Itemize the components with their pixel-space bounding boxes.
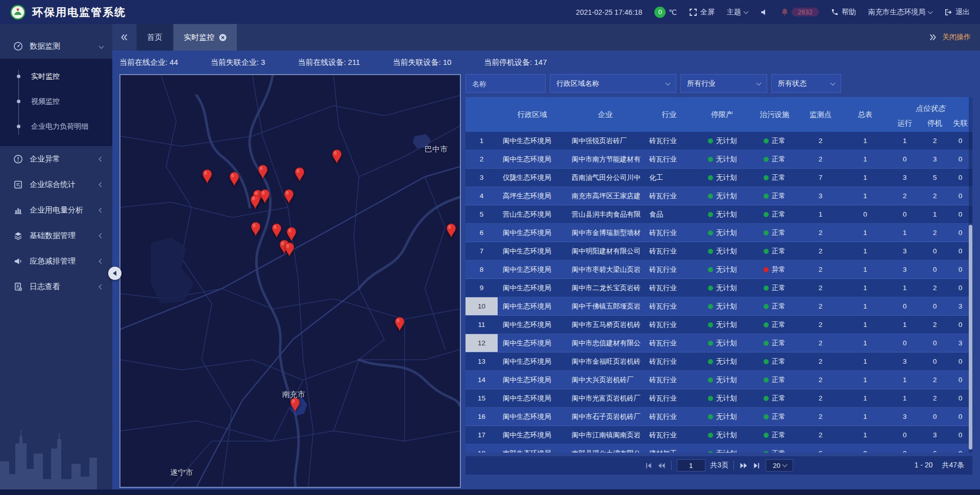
sidebar-group-enterprise-statistics[interactable]: 企业综合统计 (0, 172, 112, 197)
cell-text: 阆中千佛镇五郎垭页岩 (572, 302, 641, 311)
map-pin-icon[interactable] (294, 167, 305, 182)
page-size-select[interactable]: 20 (766, 459, 793, 472)
cell-stopped: 0 (921, 297, 948, 315)
table-row[interactable]: 6阆中生态环境局阆中市金博瑞新型墙材砖瓦行业无计划正常21120 (465, 224, 972, 242)
table-scrollbar[interactable] (969, 97, 972, 453)
table-row[interactable]: 11阆中生态环境局阆中市五马桥页岩机砖砖瓦行业无计划正常21120 (465, 316, 972, 334)
cell-text: 2 (819, 266, 823, 273)
cell-pollution-facility: 正常 (750, 352, 799, 370)
cell-region: 阆中生态环境局 (498, 279, 567, 297)
cell-stopped: 0 (921, 242, 948, 260)
map-pin-icon[interactable] (229, 172, 240, 187)
cell-text: 正常 (772, 284, 786, 293)
table-row[interactable]: 13阆中生态环境局阆中市金福旺页岩机砖砖瓦行业无计划正常21300 (465, 352, 972, 371)
chevron-left-icon (99, 233, 104, 238)
cell-text: 建材加工 (649, 449, 677, 453)
status-dot-green (708, 157, 713, 162)
cell-text: 砖瓦行业 (649, 339, 677, 348)
table-row[interactable]: 16阆中生态环境局阆中市石子页岩机砖厂砖瓦行业无计划正常21300 (465, 408, 972, 426)
scrollbar-thumb[interactable] (969, 225, 972, 450)
row-index: 2 (465, 150, 498, 168)
tab-close-icon[interactable] (219, 34, 227, 41)
map-pin-icon[interactable] (331, 149, 342, 164)
cell-company: 西南油气田分公司川中 (567, 169, 644, 186)
help-button[interactable]: 帮助 (831, 8, 856, 17)
previous-page-button[interactable] (657, 462, 666, 469)
map-pin-icon[interactable] (289, 397, 301, 412)
cell-text: 1 (863, 229, 867, 237)
stat-value: 211 (348, 58, 360, 66)
table-row[interactable]: 14阆中生态环境局阆中大兴页岩机砖厂砖瓦行业无计划正常21120 (465, 371, 972, 389)
user-org-dropdown[interactable]: 南充市生态环境局 (868, 8, 932, 17)
industry-select[interactable]: 所有行业 (680, 74, 767, 93)
table-row[interactable]: 10阆中生态环境局阆中千佛镇五郎垭页岩砖瓦行业无计划正常21003 (465, 297, 972, 316)
map-pin-icon[interactable] (250, 222, 261, 237)
map-pin-icon[interactable] (394, 316, 405, 332)
table-row[interactable]: 15阆中生态环境局阆中市光富页岩机砖厂砖瓦行业无计划正常21120 (465, 389, 972, 408)
table-row[interactable]: 4高坪生态环境局南充市高坪区王家店建砖瓦行业无计划正常31220 (465, 187, 972, 205)
map-pin-icon[interactable] (271, 223, 282, 238)
map-pin-icon[interactable] (250, 195, 261, 210)
table-row[interactable]: 17阆中生态环境局阆中市江南镇阆南页岩砖瓦行业无计划正常21030 (465, 426, 972, 444)
sidebar-item-video-monitoring[interactable]: 视频监控 (0, 89, 112, 114)
tabs-scroll-left-button[interactable] (112, 24, 136, 51)
table-row[interactable]: 9阆中生态环境局阆中市二龙长宝页岩砖砖瓦行业无计划正常21120 (465, 279, 972, 297)
table-row[interactable]: 5营山生态环境局营山县润丰肉食品有限食品无计划正常10010 (465, 205, 972, 224)
status-select[interactable]: 所有状态 (771, 74, 841, 93)
mute-button[interactable] (760, 8, 768, 16)
last-page-button[interactable] (753, 462, 761, 469)
sidebar-group-power-usage-analysis[interactable]: 企业用电量分析 (0, 197, 112, 223)
map-pin-icon[interactable] (283, 188, 295, 204)
map-pin-icon[interactable] (259, 188, 271, 204)
sidebar-item-realtime-monitoring[interactable]: 实时监控 (0, 64, 112, 89)
cell-text: 砖瓦行业 (649, 431, 677, 440)
sidebar-group-base-data-management[interactable]: 基础数据管理 (0, 223, 112, 248)
page-number-input[interactable] (677, 459, 705, 472)
cell-industry: 砖瓦行业 (644, 150, 694, 168)
cell-stopped: 2 (921, 389, 948, 407)
map-pin-icon[interactable] (446, 223, 457, 238)
close-operations-button[interactable]: 关闭操作 (942, 33, 971, 42)
first-page-button[interactable] (645, 462, 652, 469)
cell-text: 阆中生态环境局 (503, 394, 551, 403)
cell-production-limit: 无计划 (694, 389, 750, 407)
cell-text: 无计划 (716, 247, 737, 256)
cell-running: 0 (888, 334, 921, 352)
sidebar-group-enterprise-abnormal[interactable]: 企业异常 (0, 146, 112, 172)
tab-home[interactable]: 首页 (137, 24, 173, 51)
cell-total-meters: 1 (842, 297, 888, 315)
sidebar-group-emergency-reduction[interactable]: 应急减排管理 (0, 248, 112, 274)
table-row[interactable]: 18南部生态环境局南部县砚化土湾有限公建材加工无计划正常60060 (465, 444, 972, 453)
map-panel[interactable]: 巴中市南充市遂宁市 (119, 74, 461, 488)
cell-region: 阆中生态环境局 (498, 408, 567, 426)
cell-text: 阆中生态环境局 (503, 412, 551, 421)
cell-text: 砖瓦行业 (649, 247, 677, 256)
sidebar-collapse-handle[interactable] (108, 267, 121, 280)
map-pin-icon[interactable] (284, 242, 295, 257)
region-select[interactable]: 行政区域名称 (550, 74, 676, 93)
table-row[interactable]: 12阆中生态环境局阆中市忠信建材有限公砖瓦行业无计划正常21003 (465, 334, 972, 352)
table-row[interactable]: 7阆中生态环境局阆中明阳建材有限公司砖瓦行业无计划正常21300 (465, 242, 972, 261)
table-row[interactable]: 8阆中生态环境局阆中市枣碧大梁山页岩砖瓦行业无计划异常21300 (465, 261, 972, 279)
name-search-input[interactable] (465, 74, 546, 93)
map-pin-icon[interactable] (257, 164, 268, 180)
theme-dropdown[interactable]: 主题 (727, 8, 748, 17)
table-row[interactable]: 2阆中生态环境局阆中市南方节能建材有砖瓦行业无计划正常21030 (465, 150, 972, 169)
notifications-button[interactable]: 2632 (780, 8, 819, 16)
logout-button[interactable]: 退出 (944, 8, 970, 17)
chevron-left-icon (99, 182, 104, 187)
column-header: 企业 (567, 97, 644, 132)
next-page-button[interactable] (739, 462, 748, 469)
sidebar-group-data-monitoring[interactable]: 数据监测 (0, 33, 112, 59)
sidebar-item-power-load-detail[interactable]: 企业电力负荷明细 (0, 114, 112, 139)
table-row[interactable]: 3仪陇生态环境局西南油气田分公司川中化工无计划正常71350 (465, 169, 972, 187)
map-pin-icon[interactable] (202, 169, 213, 184)
table-row[interactable]: 1阆中生态环境局阆中强锐页岩砖厂砖瓦行业无计划正常21120 (465, 132, 972, 150)
sidebar-group-log-view[interactable]: 日志查看 (0, 274, 112, 299)
tab-realtime[interactable]: 实时监控 (174, 24, 237, 51)
cell-industry: 砖瓦行业 (644, 389, 694, 407)
double-chevron-right-icon[interactable] (928, 33, 938, 42)
cell-production-limit: 无计划 (694, 316, 750, 334)
cell-total-meters: 1 (842, 169, 888, 186)
fullscreen-button[interactable]: 全屏 (689, 8, 715, 17)
